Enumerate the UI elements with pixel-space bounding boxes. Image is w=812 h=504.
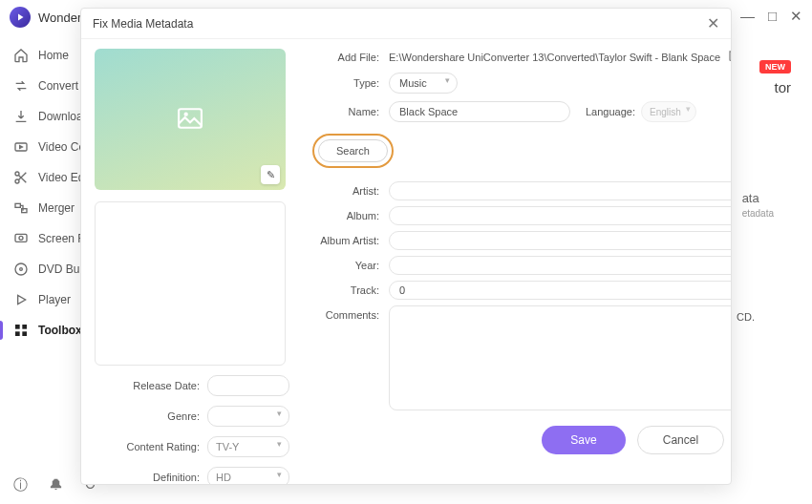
- release-date-input[interactable]: [207, 375, 289, 396]
- bg-card-top: NEW tor: [724, 59, 791, 95]
- artist-input[interactable]: [389, 181, 731, 200]
- add-file-path: E:\Wondershare UniConverter 13\Converted…: [389, 52, 720, 63]
- new-badge: NEW: [759, 60, 791, 74]
- play-icon: [13, 292, 29, 307]
- svg-rect-11: [15, 331, 20, 336]
- sidebar-item-label: Home: [38, 49, 69, 62]
- year-input[interactable]: [389, 256, 731, 275]
- name-input[interactable]: [389, 101, 570, 122]
- comments-textarea[interactable]: [389, 305, 731, 410]
- search-highlight: Search: [312, 134, 394, 168]
- release-date-label: Release Date:: [95, 380, 207, 391]
- genre-select[interactable]: [207, 406, 289, 427]
- merger-icon: [13, 200, 29, 216]
- comments-label: Comments:: [312, 305, 389, 321]
- fix-metadata-modal: Fix Media Metadata ✕ ✎ Release Date: Gen…: [80, 8, 732, 485]
- track-label: Track:: [312, 284, 389, 296]
- album-art: ✎: [95, 49, 286, 190]
- album-artist-input[interactable]: [389, 231, 731, 250]
- video-compress-icon: [13, 139, 29, 155]
- modal-right-pane: Add File: E:\Wondershare UniConverter 13…: [303, 39, 731, 484]
- modal-footer: Save Cancel: [312, 416, 731, 464]
- svg-rect-9: [15, 325, 20, 329]
- maximize-button[interactable]: □: [768, 8, 777, 25]
- svg-rect-3: [15, 203, 20, 207]
- screen-recorder-icon: [13, 231, 29, 246]
- svg-point-2: [15, 179, 19, 183]
- svg-rect-5: [15, 234, 27, 242]
- svg-point-14: [184, 112, 188, 116]
- home-icon: [13, 48, 29, 63]
- type-label: Type:: [312, 77, 389, 89]
- svg-rect-10: [22, 325, 27, 329]
- svg-point-8: [20, 268, 23, 271]
- scissors-icon: [13, 170, 29, 185]
- type-select[interactable]: [389, 73, 458, 94]
- sidebar-item-label: Merger: [38, 201, 75, 215]
- album-label: Album:: [312, 210, 389, 221]
- name-label: Name:: [312, 106, 389, 117]
- modal-left-pane: ✎ Release Date: Genre: Content Rating: D…: [81, 39, 303, 484]
- genre-label: Genre:: [95, 410, 207, 422]
- sidebar-item-label: Convert: [38, 79, 78, 93]
- save-button[interactable]: Save: [542, 426, 625, 454]
- help-icon[interactable]: ⓘ: [13, 476, 28, 494]
- app-title: Wonder: [38, 10, 81, 25]
- folder-icon[interactable]: [728, 49, 731, 65]
- bg-cd-text: CD.: [737, 311, 755, 323]
- artist-label: Artist:: [312, 185, 389, 197]
- add-file-label: Add File:: [312, 52, 389, 63]
- download-icon: [13, 109, 29, 124]
- window-controls: — □ ✕: [740, 8, 802, 25]
- sidebar-item-label: Downloa: [38, 110, 83, 123]
- edit-art-button[interactable]: ✎: [261, 165, 280, 184]
- close-window-button[interactable]: ✕: [790, 8, 802, 25]
- toolbox-icon: [13, 323, 29, 338]
- search-button[interactable]: Search: [318, 139, 388, 162]
- svg-point-6: [19, 236, 23, 240]
- bg-ata-text: ata: [742, 191, 759, 205]
- definition-select[interactable]: [207, 467, 289, 484]
- disc-icon: [13, 262, 29, 277]
- bg-tor-text: tor: [774, 79, 791, 95]
- svg-point-7: [15, 263, 27, 275]
- convert-icon: [13, 78, 29, 94]
- sidebar-item-label: Toolbox: [38, 324, 82, 337]
- bg-card-mid: ata etadata: [742, 191, 774, 220]
- album-input[interactable]: [389, 206, 731, 225]
- svg-point-1: [15, 172, 19, 176]
- cancel-button[interactable]: Cancel: [637, 426, 724, 454]
- image-placeholder-icon: [178, 108, 203, 132]
- empty-drop-area[interactable]: [95, 201, 286, 366]
- sidebar-item-label: Player: [38, 293, 71, 306]
- app-logo: [10, 7, 31, 28]
- bg-etadata-text: etadata: [742, 208, 774, 219]
- sidebar-item-label: Screen R: [38, 232, 86, 245]
- track-input[interactable]: [389, 281, 731, 300]
- year-label: Year:: [312, 260, 389, 271]
- modal-close-button[interactable]: ✕: [707, 14, 719, 32]
- definition-label: Definition:: [95, 472, 207, 483]
- sidebar-item-label: Video Co: [38, 140, 85, 154]
- svg-rect-12: [22, 331, 27, 336]
- language-label: Language:: [586, 106, 635, 117]
- bell-icon[interactable]: 🔔︎: [49, 476, 63, 494]
- album-artist-label: Album Artist:: [312, 235, 389, 246]
- content-rating-select[interactable]: [207, 436, 289, 457]
- modal-title: Fix Media Metadata: [93, 17, 193, 31]
- content-rating-label: Content Rating:: [95, 441, 207, 452]
- svg-rect-13: [179, 109, 202, 128]
- sidebar-item-label: Video Ed: [38, 171, 85, 184]
- modal-header: Fix Media Metadata ✕: [81, 9, 731, 39]
- sidebar-item-label: DVD Bu: [38, 262, 79, 276]
- minimize-button[interactable]: —: [740, 8, 755, 25]
- language-select[interactable]: [641, 101, 696, 122]
